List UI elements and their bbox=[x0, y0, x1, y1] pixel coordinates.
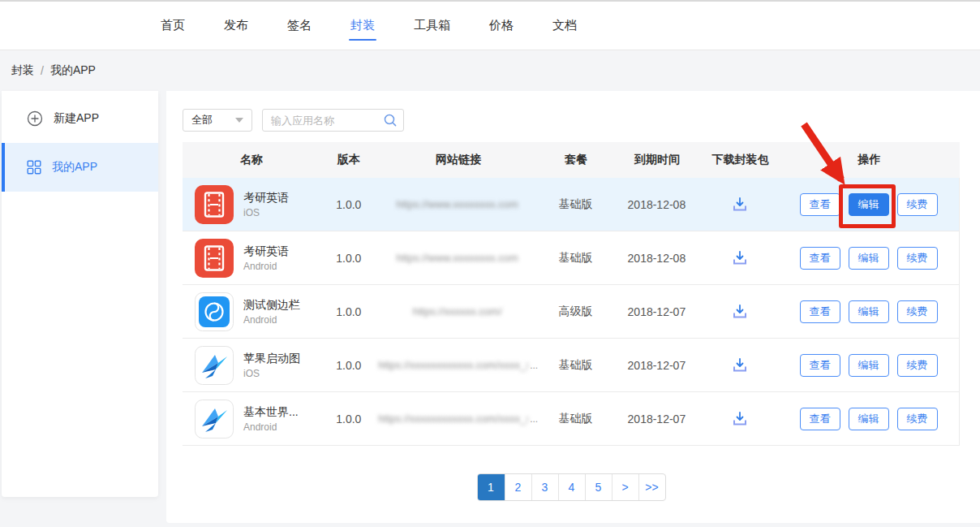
app-platform: iOS bbox=[243, 368, 300, 379]
pagination-page-2[interactable]: 2 bbox=[505, 474, 531, 500]
app-platform: Android bbox=[243, 314, 300, 326]
edit-button[interactable]: 编辑 bbox=[849, 300, 889, 323]
view-button[interactable]: 查看 bbox=[800, 408, 840, 430]
website-link: https://xxxxxx.com/ bbox=[413, 305, 502, 317]
pagination: 1 2 3 4 5 > >> bbox=[183, 473, 960, 501]
search-box bbox=[262, 109, 404, 132]
pagination-next[interactable]: > bbox=[612, 474, 638, 500]
website-link-ellipsis: ... bbox=[530, 413, 538, 425]
table-row-5: 基本世界... Android 1.0.0 https://xxxxxxxxxx… bbox=[183, 392, 960, 446]
page: 首页 发布 签名 封装 工具箱 价格 文档 封装 / 我的APP bbox=[0, 0, 980, 527]
pagination-page-5[interactable]: 5 bbox=[585, 474, 612, 500]
sidebar-item-icon bbox=[27, 110, 43, 127]
nav-item-package[interactable]: 封装 bbox=[350, 2, 375, 50]
expiry-date: 2018-12-08 bbox=[612, 198, 701, 211]
search-icon[interactable] bbox=[383, 113, 398, 131]
download-icon[interactable] bbox=[729, 408, 750, 430]
breadcrumb-current: 我的APP bbox=[50, 63, 96, 78]
main-panel: 全部 名称 版本 网站链接 套餐 到期时间 下载封装包 操作 bbox=[166, 91, 980, 523]
plan: 基础版 bbox=[539, 197, 612, 212]
view-button[interactable]: 查看 bbox=[800, 247, 840, 270]
paper-bird-app-icon bbox=[195, 400, 234, 438]
edit-button[interactable]: 编辑 bbox=[849, 247, 889, 270]
pagination-page-3[interactable]: 3 bbox=[531, 474, 558, 500]
column-header-6: 操作 bbox=[779, 153, 960, 167]
main-nav: 首页 发布 签名 封装 工具箱 价格 文档 bbox=[0, 2, 980, 50]
breadcrumb-separator: / bbox=[41, 64, 44, 77]
column-header-0: 名称 bbox=[183, 153, 320, 167]
sidebar-item-my-app[interactable]: 我的APP bbox=[2, 143, 158, 192]
nav-item-label: 文档 bbox=[552, 18, 577, 33]
app-icon bbox=[195, 185, 234, 224]
edit-button[interactable]: 编辑 bbox=[849, 408, 889, 430]
edit-button[interactable]: 编辑 bbox=[849, 193, 889, 216]
sidebar-item-icon bbox=[27, 160, 41, 175]
grid-icon bbox=[27, 160, 41, 175]
column-header-1: 版本 bbox=[320, 153, 377, 167]
view-button[interactable]: 查看 bbox=[800, 300, 840, 323]
pagination-page-1[interactable]: 1 bbox=[478, 474, 505, 500]
sidebar-item-label: 新建APP bbox=[54, 111, 99, 126]
nav-item-toolbox[interactable]: 工具箱 bbox=[414, 2, 450, 50]
app-icon bbox=[195, 292, 234, 331]
nav-item-label: 发布 bbox=[224, 18, 248, 33]
app-version: 1.0.0 bbox=[320, 413, 377, 425]
app-version: 1.0.0 bbox=[320, 252, 377, 265]
filter-bar: 全部 bbox=[183, 109, 980, 132]
nav-item-signature[interactable]: 签名 bbox=[287, 2, 312, 50]
app-name: 测试侧边栏 bbox=[243, 298, 300, 313]
nav-item-home[interactable]: 首页 bbox=[161, 2, 185, 50]
app-version: 1.0.0 bbox=[320, 359, 377, 372]
film-app-icon bbox=[195, 185, 234, 224]
sidebar-item-label: 我的APP bbox=[52, 160, 97, 175]
download-icon[interactable] bbox=[729, 301, 750, 322]
download-icon[interactable] bbox=[729, 194, 750, 215]
nav-item-pricing[interactable]: 价格 bbox=[489, 2, 514, 50]
app-name: 考研英语 bbox=[243, 244, 289, 259]
nav-item-publish[interactable]: 发布 bbox=[224, 2, 248, 50]
pagination-last[interactable]: >> bbox=[638, 474, 665, 500]
app-name: 考研英语 bbox=[243, 191, 289, 205]
renew-button[interactable]: 续费 bbox=[897, 300, 938, 323]
caret-down-icon bbox=[235, 118, 243, 123]
renew-button[interactable]: 续费 bbox=[897, 408, 938, 430]
breadcrumb-section[interactable]: 封装 bbox=[11, 63, 34, 78]
nav-item-docs[interactable]: 文档 bbox=[552, 2, 577, 50]
plus-circle-icon bbox=[27, 110, 43, 127]
table-row-2: 考研英语 Android 1.0.0 https://www.xxxxxxxx.… bbox=[183, 231, 960, 285]
column-header-2: 网站链接 bbox=[377, 153, 539, 167]
renew-button[interactable]: 续费 bbox=[897, 354, 938, 377]
download-icon[interactable] bbox=[729, 248, 750, 269]
website-link-ellipsis: ... bbox=[530, 360, 538, 371]
film-app-icon bbox=[195, 239, 234, 278]
download-icon[interactable] bbox=[729, 355, 750, 376]
table-row-4: 苹果启动图 iOS 1.0.0 https://xxxxxxxxxxxx.com… bbox=[183, 339, 960, 392]
type-select[interactable]: 全部 bbox=[183, 109, 252, 132]
s-logo-app-icon bbox=[195, 292, 234, 331]
app-name: 基本世界... bbox=[243, 405, 299, 420]
app-platform: Android bbox=[243, 261, 289, 272]
expiry-date: 2018-12-07 bbox=[612, 305, 701, 318]
edit-button[interactable]: 编辑 bbox=[849, 354, 889, 377]
paper-bird-app-icon bbox=[195, 346, 234, 385]
column-header-5: 下载封装包 bbox=[702, 153, 779, 167]
nav-item-label: 价格 bbox=[489, 18, 514, 33]
plan: 高级版 bbox=[539, 305, 612, 319]
expiry-date: 2018-12-07 bbox=[612, 413, 701, 425]
app-platform: iOS bbox=[243, 207, 289, 218]
sidebar-item-new-app[interactable]: 新建APP bbox=[2, 94, 158, 143]
app-platform: Android bbox=[243, 421, 299, 433]
view-button[interactable]: 查看 bbox=[800, 193, 840, 216]
renew-button[interactable]: 续费 bbox=[897, 193, 938, 216]
nav-item-label: 工具箱 bbox=[414, 18, 450, 33]
top-nav-bar: 首页 发布 签名 封装 工具箱 价格 文档 bbox=[0, 0, 980, 50]
renew-button[interactable]: 续费 bbox=[897, 247, 938, 270]
view-button[interactable]: 查看 bbox=[800, 354, 840, 377]
nav-item-label: 封装 bbox=[350, 18, 375, 33]
pagination-page-4[interactable]: 4 bbox=[558, 474, 585, 500]
plan: 基础版 bbox=[539, 358, 612, 373]
nav-item-label: 首页 bbox=[161, 18, 185, 33]
type-select-value: 全部 bbox=[191, 113, 213, 127]
app-table: 名称 版本 网站链接 套餐 到期时间 下载封装包 操作 bbox=[183, 142, 960, 446]
table-row-3: 测试侧边栏 Android 1.0.0 https://xxxxxx.com/ … bbox=[183, 285, 960, 339]
